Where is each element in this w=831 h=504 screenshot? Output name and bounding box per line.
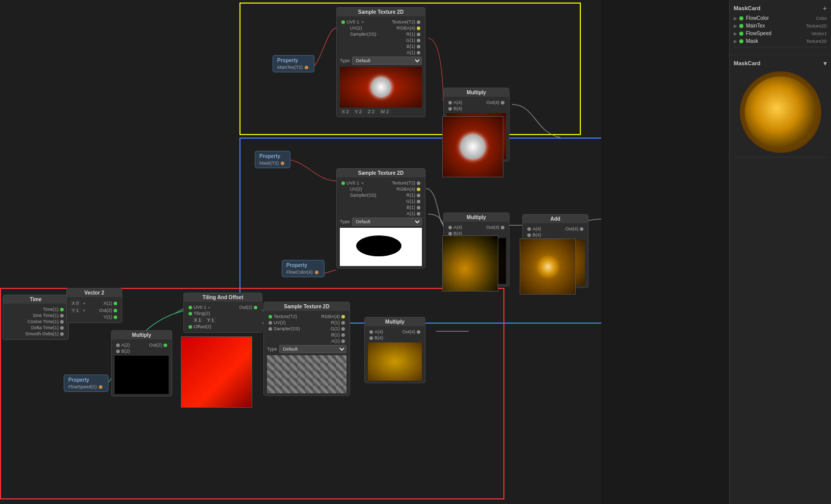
- sample-texture-2d-node-2[interactable]: Sample Texture 2D UV0 1 ● Texture(T2) UV…: [336, 168, 425, 269]
- type-row-1: Type Default: [340, 57, 422, 65]
- prop-dot-maintex: [739, 24, 743, 28]
- dot-mout3: [164, 343, 167, 347]
- property-node-2[interactable]: Property Mask(T2): [255, 151, 290, 168]
- dot-deltatime: [60, 326, 64, 330]
- dot-rgba3: [341, 315, 345, 319]
- port-v2y1: Y(1): [70, 314, 119, 320]
- dot-mout1: [501, 101, 504, 104]
- dot-sinetime: [60, 314, 64, 317]
- port-mb3: B(2): [115, 349, 169, 354]
- dot-aout1: [580, 227, 583, 231]
- dot-tex2: [417, 181, 420, 185]
- multiply-node-3[interactable]: Multiply A(2) Out(2) B(2): [111, 330, 172, 396]
- connections-svg: [0, 0, 601, 504]
- port-ab1: B(4): [526, 232, 585, 237]
- port-time1: Time(1): [6, 307, 65, 312]
- dot-tauv: [189, 306, 192, 309]
- prop-arrow-maintex: ▶: [734, 23, 737, 29]
- dot-g2: [417, 200, 420, 203]
- maskcard-chevron-btn[interactable]: ▾: [823, 59, 827, 67]
- port-sampler3: Sampler(SS) G(1): [267, 326, 346, 331]
- port-mb1: B(4): [447, 106, 506, 111]
- property-node-1[interactable]: Property MainTex(T2): [273, 55, 314, 72]
- dot-mb3: [116, 350, 120, 353]
- dot-mask: [281, 162, 284, 165]
- dot-flowcolor: [315, 271, 318, 274]
- maskcard-section-1: MaskCard + ▶ FlowColor Color ▶ MainTex T…: [730, 0, 831, 55]
- prop-name-mask: Mask: [746, 38, 806, 44]
- dot-r1: [417, 33, 420, 36]
- type-select-1[interactable]: Default: [352, 57, 422, 65]
- tiling-offset-node[interactable]: Tiling And Offset UV0 1 ● Out(2) Tiling(…: [183, 293, 262, 333]
- dot-v2x: [114, 302, 117, 305]
- port-v2y: Y 1 ● Out(2): [70, 307, 119, 313]
- time-header: Time: [3, 295, 68, 304]
- prop-row-maintex[interactable]: ▶ MainTex Texture2D: [734, 23, 827, 29]
- port-deltatime: Delta Time(1): [6, 325, 65, 330]
- prop-arrow-flowspeed: ▶: [734, 31, 737, 36]
- tiling-offset-header: Tiling And Offset: [184, 293, 262, 302]
- prop-row-flowspeed[interactable]: ▶ FlowSpeed Vector1: [734, 31, 827, 36]
- port-tauv: UV0 1 ● Out(2): [187, 305, 259, 310]
- port-ma1: A(4) Out(4): [447, 100, 506, 105]
- dot-a2: [417, 212, 420, 216]
- sample-texture-2d-node-1[interactable]: Sample Texture 2D UV0 1 ● Texture(T2) UV…: [336, 7, 425, 117]
- prop-type-flowspeed: Vector1: [811, 31, 827, 36]
- dot-maintex: [305, 66, 308, 69]
- dot-uv0: [341, 20, 345, 24]
- prop-row-flowcolor[interactable]: ▶ FlowColor Color: [734, 15, 827, 21]
- port-g2: G(1): [340, 199, 422, 204]
- dot-mb2: [448, 232, 452, 235]
- type-select-3[interactable]: Default: [279, 345, 346, 353]
- dot-v2y1: [114, 315, 117, 319]
- port-uv3b: UV(2) R(1): [267, 320, 346, 325]
- vector2-header: Vector 2: [67, 288, 122, 297]
- vector2-node[interactable]: Vector 2 X 0 ● X(1) Y 1 ● Out(2) Y(1): [66, 288, 122, 323]
- property-node-3[interactable]: Property FlowColor(4): [282, 260, 325, 277]
- prop-row-mask[interactable]: ▶ Mask Texture2D: [734, 38, 827, 44]
- sample-texture-2d-node-3[interactable]: Sample Texture 2D Texture(T2) RGBA(4) UV…: [263, 302, 350, 396]
- type-row-2: Type Default: [340, 218, 422, 226]
- preview-image-3: [267, 355, 346, 393]
- dot-v2out: [114, 309, 117, 312]
- port-g1: G(1): [340, 38, 422, 43]
- preview-m4: [368, 342, 422, 381]
- node-header-m4: Multiply: [365, 317, 425, 326]
- port-b1: B(1): [340, 44, 422, 49]
- property-title-1: Property: [277, 58, 310, 63]
- dot-a3: [341, 339, 345, 343]
- port-uv2: UV0 1 ● Texture(T2): [340, 180, 422, 185]
- property-title-2: Property: [259, 153, 286, 159]
- multiply-node-4[interactable]: Multiply A(4) Out(4) B(4): [364, 317, 425, 383]
- dot-r2: [417, 194, 420, 197]
- dot-g3: [341, 327, 345, 331]
- dot-aa1: [527, 227, 531, 231]
- maskcard-section-2: MaskCard ▾: [730, 55, 831, 162]
- node-header-st2: Sample Texture 2D: [337, 169, 425, 177]
- port-ma3: A(2) Out(2): [115, 342, 169, 348]
- property-title-3: Property: [286, 262, 320, 268]
- port-uv1: UV(2) RGBA(4): [340, 25, 422, 31]
- dot-b1: [417, 45, 420, 48]
- dot-uv2: [341, 181, 345, 185]
- dot-uv3b: [269, 321, 272, 325]
- port-v2x: X 0 ● X(1): [70, 300, 119, 306]
- port-mb4: B(4): [368, 335, 422, 340]
- dot-ab1: [527, 233, 531, 237]
- prop-type-flowcolor: Color: [816, 16, 827, 21]
- dot-smoothdelta: [60, 332, 64, 336]
- maskcard-add-btn[interactable]: +: [823, 4, 827, 12]
- prop-name-flowcolor: FlowColor: [746, 15, 816, 21]
- type-select-2[interactable]: Default: [352, 218, 422, 226]
- property-node-4[interactable]: Property FlowSpeed(1): [64, 375, 109, 392]
- prop-name-flowspeed: FlowSpeed: [746, 31, 811, 36]
- port-a3: A(1): [267, 338, 346, 343]
- type-row-3: Type Default: [267, 345, 346, 353]
- preview-m3: [115, 356, 169, 394]
- right-panel: MaskCard + ▶ FlowColor Color ▶ MainTex T…: [729, 0, 831, 504]
- dot-tex1: [417, 20, 420, 24]
- time-node[interactable]: Time Time(1) Sine Time(1) Cosine Time(1)…: [3, 295, 69, 340]
- port-smoothdelta: Smooth Delta(1): [6, 331, 65, 336]
- preview-image-2: [340, 228, 422, 266]
- preview-image-1: [340, 67, 422, 108]
